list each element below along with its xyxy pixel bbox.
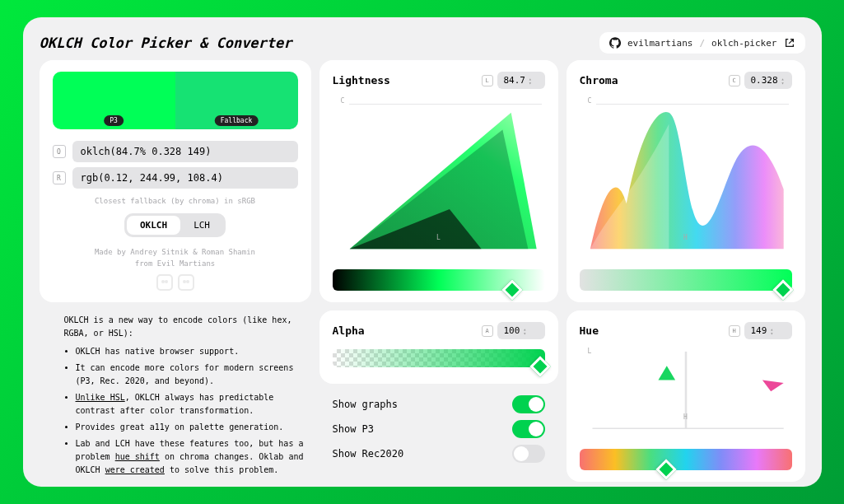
swatch-fallback[interactable]: Fallback bbox=[175, 72, 298, 129]
lightness-title: Lightness bbox=[333, 74, 390, 86]
page-title: OKLCH Color Picker & Converter bbox=[40, 35, 292, 51]
toggle-list: Show graphs Show P3 Show Rec2020 bbox=[319, 392, 558, 466]
color-preview-card: P3 Fallback O oklch(84.7% 0.328 149) R r… bbox=[40, 60, 311, 302]
toggle-p3[interactable] bbox=[512, 420, 545, 438]
stepper-icon[interactable]: ▴▾ bbox=[529, 77, 532, 85]
mascot-icons bbox=[53, 274, 298, 291]
svg-marker-6 bbox=[762, 380, 783, 391]
lightness-card: Lightness L 84.7▴▾ C L bbox=[319, 60, 558, 302]
about-text: OKLCH is a new way to encode colors (lik… bbox=[40, 310, 311, 482]
alpha-card: Alpha A 100▴▾ bbox=[319, 310, 558, 384]
alpha-key: A bbox=[482, 325, 493, 337]
toggle-rec2020[interactable] bbox=[512, 445, 545, 463]
bullet: Provides great a11y on palette generatio… bbox=[76, 421, 308, 434]
repo-name: oklch-picker bbox=[711, 38, 776, 49]
rgb-badge: R bbox=[53, 171, 66, 184]
swatch-p3[interactable]: P3 bbox=[53, 72, 175, 129]
bullet: OKLCH has native browser support. bbox=[76, 345, 308, 358]
alpha-title: Alpha bbox=[333, 324, 365, 337]
toggle-graphs-label: Show graphs bbox=[333, 399, 398, 410]
link-were-created[interactable]: were created bbox=[105, 465, 165, 474]
segment-oklch[interactable]: OKLCH bbox=[127, 216, 180, 235]
main-grid: P3 Fallback O oklch(84.7% 0.328 149) R r… bbox=[40, 60, 805, 474]
app-panel: OKLCH Color Picker & Converter evilmarti… bbox=[23, 17, 822, 487]
topbar: OKLCH Color Picker & Converter evilmarti… bbox=[40, 32, 805, 54]
hue-slider[interactable] bbox=[580, 449, 792, 470]
repo-org: evilmartians bbox=[627, 38, 692, 49]
hue-plot[interactable]: L H bbox=[580, 346, 792, 446]
stepper-icon[interactable]: ▴▾ bbox=[523, 327, 526, 335]
external-link-icon bbox=[784, 37, 795, 49]
swatch-row: P3 Fallback bbox=[53, 72, 298, 129]
stepper-icon[interactable]: ▴▾ bbox=[781, 77, 785, 85]
chroma-input[interactable]: 0.328▴▾ bbox=[744, 72, 792, 89]
bullet: Unlike HSL, OKLCH always has predictable… bbox=[76, 391, 308, 418]
stepper-icon[interactable]: ▴▾ bbox=[770, 327, 773, 335]
hue-title: Hue bbox=[580, 324, 599, 337]
col2-lower: Alpha A 100▴▾ Show graphs Show P3 Show R… bbox=[319, 310, 558, 482]
chroma-key: C bbox=[729, 75, 740, 86]
chroma-card: Chroma C 0.328▴▾ C H bbox=[567, 60, 805, 302]
toggle-rec2020-label: Show Rec2020 bbox=[333, 448, 404, 460]
oklch-input[interactable]: oklch(84.7% 0.328 149) bbox=[72, 141, 298, 162]
bullet: It can encode more colors for modern scr… bbox=[76, 362, 308, 388]
repo-sep: / bbox=[699, 38, 705, 49]
credit-line-2: from Evil Martians bbox=[53, 259, 298, 270]
credits: Made by Andrey Sitnik & Roman Shamin fro… bbox=[53, 247, 298, 269]
segment-lch[interactable]: LCH bbox=[180, 216, 223, 235]
link-unlike-hsl[interactable]: Unlike HSL bbox=[76, 393, 125, 402]
alpha-slider[interactable] bbox=[333, 349, 545, 367]
swatch-fb-tag: Fallback bbox=[215, 115, 259, 126]
mode-segment: OKLCH LCH bbox=[124, 213, 226, 237]
lightness-plot[interactable]: C L bbox=[333, 96, 545, 266]
lightness-key: L bbox=[482, 75, 493, 86]
toggle-graphs[interactable] bbox=[512, 395, 545, 413]
hue-key: H bbox=[729, 325, 740, 337]
link-hue-shift[interactable]: hue shift bbox=[115, 452, 160, 461]
hue-card: Hue H 149▴▾ L H bbox=[567, 310, 805, 482]
rgb-input[interactable]: rgb(0.12, 244.99, 108.4) bbox=[72, 167, 298, 189]
hue-plot-axes bbox=[580, 346, 792, 446]
credit-line-1: Made by Andrey Sitnik & Roman Shamin bbox=[53, 247, 298, 259]
alpha-input[interactable]: 100▴▾ bbox=[497, 322, 545, 339]
rgb-row: R rgb(0.12, 244.99, 108.4) bbox=[53, 167, 298, 189]
lightness-slider[interactable] bbox=[333, 269, 545, 291]
bullet: Lab and LCH have these features too, but… bbox=[76, 437, 308, 477]
chroma-title: Chroma bbox=[580, 74, 618, 86]
github-repo-link[interactable]: evilmartians / oklch-picker bbox=[599, 32, 805, 54]
github-icon bbox=[609, 37, 621, 49]
hue-input[interactable]: 149▴▾ bbox=[744, 322, 792, 339]
swatch-p3-tag: P3 bbox=[104, 115, 124, 126]
toggle-p3-label: Show P3 bbox=[333, 423, 375, 435]
lightness-input[interactable]: 84.7▴▾ bbox=[497, 72, 545, 89]
oklch-badge: O bbox=[53, 145, 66, 158]
chroma-slider[interactable] bbox=[580, 269, 792, 291]
oklch-row: O oklch(84.7% 0.328 149) bbox=[53, 141, 298, 162]
svg-marker-5 bbox=[658, 366, 675, 380]
robot-icon bbox=[156, 274, 173, 291]
fallback-hint: Closest fallback (by chroma) in sRGB bbox=[53, 197, 298, 205]
robot-icon bbox=[178, 274, 194, 291]
chroma-plot[interactable]: C H bbox=[580, 96, 792, 266]
